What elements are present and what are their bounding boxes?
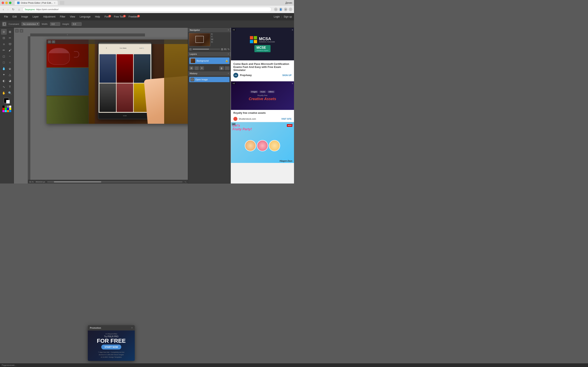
ad-visit-btn[interactable]: VISIT SITE bbox=[281, 118, 292, 120]
gradient-tool[interactable]: △ bbox=[7, 72, 13, 77]
menu-file[interactable]: File bbox=[2, 15, 10, 19]
zoom-out-btn[interactable]: ⊟ bbox=[189, 48, 192, 51]
color-swatch-7[interactable] bbox=[7, 108, 9, 110]
menu-language[interactable]: Language bbox=[78, 15, 93, 19]
smudge-tool[interactable]: ~ bbox=[7, 53, 13, 59]
menu-icon[interactable]: ⋮ bbox=[289, 8, 292, 11]
history-close[interactable]: × bbox=[228, 72, 229, 75]
profile-icon[interactable]: 👤 bbox=[279, 8, 283, 11]
layers-header[interactable]: Layers × bbox=[188, 52, 231, 56]
menu-view[interactable]: View bbox=[68, 15, 77, 19]
maximize-button[interactable] bbox=[9, 2, 11, 4]
heal-tool[interactable]: ✦ bbox=[1, 72, 7, 77]
signup-button[interactable]: Sign up bbox=[284, 15, 292, 18]
fill-tool[interactable]: ⬙ bbox=[7, 66, 13, 71]
menu-edit[interactable]: Edit bbox=[10, 15, 19, 19]
history-item[interactable]: Open Image bbox=[189, 77, 229, 82]
burn-tool[interactable]: ◕ bbox=[7, 78, 13, 83]
color-swatch-10[interactable] bbox=[5, 110, 7, 112]
zoom-slider[interactable] bbox=[192, 49, 220, 50]
eraser-tool[interactable]: ◻ bbox=[1, 53, 7, 59]
bookmark-icon[interactable]: ☆ bbox=[274, 8, 278, 11]
constraint-dropdown[interactable]: No restriction ▾ bbox=[21, 22, 40, 26]
home-button[interactable]: ⌂ bbox=[17, 7, 21, 11]
color-swatch-2[interactable] bbox=[5, 106, 7, 108]
address-bar[interactable]: Защищено https://pixlr.com/editor/ bbox=[22, 7, 272, 12]
history-header[interactable]: History × bbox=[188, 71, 231, 76]
rect-shape-tool[interactable]: □ bbox=[1, 59, 7, 65]
settings-icon[interactable]: ⚙ bbox=[284, 8, 287, 11]
ad-sign-up-btn[interactable]: SIGN UP bbox=[282, 74, 292, 76]
color-swatch-11[interactable] bbox=[7, 110, 9, 112]
layer-delete-btn[interactable]: 🗑 bbox=[219, 66, 224, 70]
crop-tool[interactable]: ⊡ bbox=[1, 35, 7, 41]
color-swatch-3[interactable] bbox=[7, 106, 9, 108]
layer-more-btn[interactable]: ⋯ bbox=[225, 66, 229, 70]
zoom-in-btn[interactable]: ⊞ bbox=[221, 48, 223, 51]
pencil-tool[interactable]: ✏ bbox=[1, 47, 7, 53]
hand-tool[interactable]: ✋ bbox=[1, 90, 7, 96]
color-swatch-4[interactable] bbox=[9, 106, 11, 108]
layer-background[interactable]: Background 🔒 bbox=[189, 58, 229, 64]
kindle-books bbox=[99, 53, 151, 113]
tool-icon[interactable] bbox=[2, 22, 7, 26]
canvas-back-button[interactable]: ‹ bbox=[15, 29, 19, 33]
color-swatch-5[interactable] bbox=[2, 108, 4, 110]
layer-fx-btn[interactable]: ✦ bbox=[200, 66, 204, 70]
layer-group-btn[interactable]: ⊞ bbox=[189, 66, 194, 70]
tab-close-button[interactable]: × bbox=[54, 2, 55, 4]
minimize-button[interactable] bbox=[5, 2, 8, 4]
dodge-tool[interactable]: ◐ bbox=[1, 78, 7, 83]
ad-fruit-close[interactable]: × bbox=[292, 123, 293, 126]
ad-creative-close[interactable]: × bbox=[292, 82, 293, 85]
menu-adjustment[interactable]: Adjustment bbox=[41, 15, 57, 19]
pen-tool[interactable]: ∿ bbox=[1, 84, 7, 90]
menu-freebies[interactable]: Freebies 2 bbox=[127, 15, 140, 19]
canvas-resize-btn[interactable]: ⤡ bbox=[185, 181, 186, 183]
height-input[interactable] bbox=[71, 22, 82, 26]
arrange-tool[interactable]: ⊞ bbox=[7, 29, 13, 35]
color-swatch-6[interactable] bbox=[5, 108, 7, 110]
login-button[interactable]: Login bbox=[274, 15, 280, 18]
zoom-tool[interactable]: 🔍 bbox=[7, 90, 13, 96]
navigator-close[interactable]: × bbox=[228, 29, 229, 31]
browser-tab[interactable]: Online Photo Editor | Pixlr Edit... × bbox=[15, 1, 58, 5]
canvas-prev-btn[interactable]: ‹ bbox=[48, 40, 51, 43]
zoom-slider-fill bbox=[192, 49, 209, 50]
background-color[interactable] bbox=[6, 100, 10, 104]
layer-mask-btn[interactable]: ⬚ bbox=[194, 66, 199, 70]
text-tool[interactable]: T bbox=[7, 84, 13, 90]
menu-image[interactable]: Image bbox=[19, 15, 30, 19]
move-tool[interactable]: ⊹ bbox=[1, 29, 7, 35]
menu-font[interactable]: Font 4 bbox=[103, 15, 112, 19]
color-swatch-12[interactable] bbox=[9, 110, 11, 112]
ellipse-tool[interactable]: ○ bbox=[7, 59, 13, 65]
slice-tool[interactable]: ✂ bbox=[7, 35, 13, 41]
canvas-next-btn[interactable]: › bbox=[52, 40, 55, 43]
layer-lock-icon: 🔒 bbox=[225, 59, 228, 62]
navigator-header[interactable]: Navigator × bbox=[188, 28, 231, 32]
width-input[interactable] bbox=[50, 22, 60, 26]
reload-button[interactable]: ↻ bbox=[11, 7, 16, 11]
back-button[interactable]: ‹ bbox=[2, 7, 5, 11]
color-swatch-8[interactable] bbox=[9, 108, 11, 110]
eyedropper-tool[interactable]: 💧 bbox=[1, 66, 7, 71]
ad-mcsa-close[interactable]: × bbox=[292, 29, 293, 31]
menu-freetool[interactable]: Free Tool 1 bbox=[112, 15, 126, 19]
color-swatch-9[interactable] bbox=[2, 110, 4, 112]
color-swatch-1[interactable] bbox=[2, 106, 4, 108]
menu-filter[interactable]: Filter bbox=[58, 15, 67, 19]
new-tab-button[interactable] bbox=[60, 1, 64, 5]
paintbrush-tool[interactable]: 🖌 bbox=[7, 47, 13, 53]
close-button[interactable] bbox=[2, 2, 4, 4]
lasso-tool[interactable]: ⌾ bbox=[1, 41, 7, 47]
forward-button[interactable]: › bbox=[6, 7, 10, 11]
canvas-frame[interactable]: ☰ Cloud | Device ⬅ ➡ ⚙ 🔍 bbox=[30, 36, 188, 180]
canvas-forward-button[interactable]: › bbox=[20, 29, 23, 33]
menu-help[interactable]: Help bbox=[93, 15, 102, 19]
horizontal-scrollbar[interactable] bbox=[47, 181, 182, 183]
menu-layer[interactable]: Layer bbox=[30, 15, 41, 19]
zoom-percent-label: 81 % bbox=[29, 181, 34, 183]
layers-close[interactable]: × bbox=[228, 53, 229, 55]
magic-wand-tool[interactable]: ☋ bbox=[7, 41, 13, 47]
